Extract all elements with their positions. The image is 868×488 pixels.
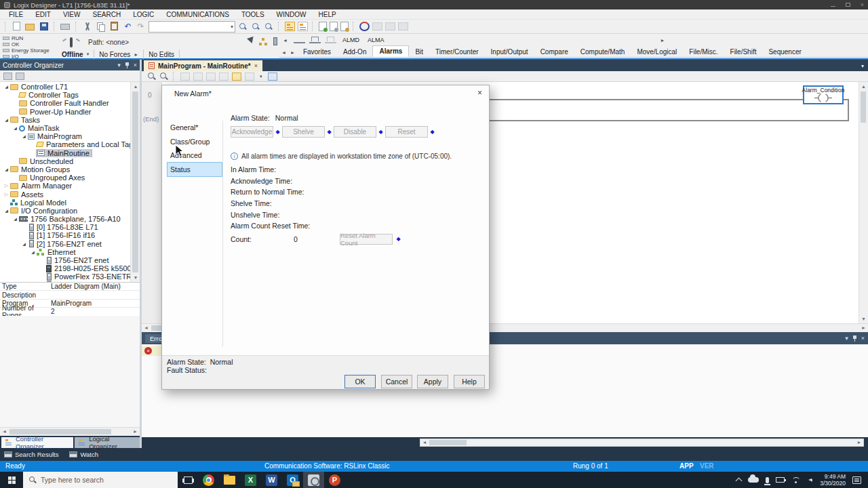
- scroll-down-icon[interactable]: ▼: [131, 273, 140, 282]
- zoom-in-icon[interactable]: [147, 72, 156, 81]
- tree-item-fault-handler[interactable]: Controller Fault Handler: [0, 99, 130, 107]
- mode-offline[interactable]: Offline▾: [57, 49, 94, 59]
- browse-tags-icon[interactable]: [268, 73, 277, 81]
- tree-item-kinetix[interactable]: 2198-H025-ERS k5500: [0, 264, 130, 272]
- microphone-icon[interactable]: [766, 477, 769, 483]
- taskbar-word[interactable]: W: [261, 472, 282, 488]
- quick-search-combobox[interactable]: ▾: [149, 21, 235, 33]
- copy-icon[interactable]: [96, 22, 106, 32]
- tree-item-mainroutine[interactable]: MainRoutine: [0, 149, 130, 157]
- select-pointer-icon[interactable]: [247, 37, 254, 45]
- palette-scroll-left-icon[interactable]: ◄: [281, 38, 290, 43]
- tree-item-backplane[interactable]: ◢1756 Backplane, 1756-A10: [0, 215, 130, 223]
- expand-icon[interactable]: ◢: [20, 133, 28, 140]
- tree-item-controller-tags[interactable]: Controller Tags: [0, 91, 130, 99]
- scroll-thumb[interactable]: [9, 429, 111, 434]
- tab-file-misc[interactable]: File/Misc.: [683, 47, 724, 57]
- errors-horizontal-scrollbar[interactable]: ◄ ►: [420, 439, 864, 447]
- tree-item-clipped[interactable]: [0, 281, 130, 283]
- tree-item-tasks[interactable]: ◢Tasks: [0, 116, 130, 124]
- close-button[interactable]: ×: [861, 1, 864, 8]
- auto-hide-pin-icon[interactable]: [853, 336, 856, 342]
- branch-level-icon[interactable]: [325, 37, 336, 43]
- menu-communications[interactable]: COMMUNICATIONS: [160, 11, 235, 18]
- tree-item-powerflex[interactable]: PowerFlex 753-ENETR PF753: [0, 272, 130, 281]
- edits-status[interactable]: No Edits: [144, 49, 180, 59]
- speaker-icon[interactable]: [806, 477, 813, 483]
- battery-icon[interactable]: [776, 477, 785, 483]
- print-icon[interactable]: [60, 24, 70, 30]
- errors-close-icon[interactable]: ×: [861, 335, 865, 342]
- menu-tools[interactable]: TOOLS: [235, 11, 271, 18]
- scroll-thumb[interactable]: [861, 92, 866, 123]
- scroll-right-icon[interactable]: ►: [131, 428, 140, 436]
- save-icon[interactable]: [40, 22, 48, 30]
- edit-rung-icon[interactable]: [219, 73, 229, 81]
- collapse-all-icon[interactable]: [3, 73, 12, 80]
- restore-button[interactable]: [846, 3, 850, 7]
- cancel-button[interactable]: Cancel: [381, 375, 412, 388]
- path-display[interactable]: Path: <none>: [88, 39, 129, 46]
- logical-organizer-toggle-icon[interactable]: [298, 22, 308, 31]
- tree-item-slot0[interactable]: [0] 1756-L83E L71: [0, 223, 130, 231]
- tree-item-io-configuration[interactable]: ◢I/O Configuration: [0, 207, 130, 215]
- scroll-right-icon[interactable]: ►: [855, 439, 863, 446]
- taskbar-excel[interactable]: X: [240, 472, 261, 488]
- reset-button[interactable]: Reset: [385, 126, 428, 138]
- menu-search[interactable]: SEARCH: [86, 11, 127, 18]
- scroll-left-icon[interactable]: ◄: [142, 324, 151, 332]
- almd-instruction-button[interactable]: ALMD: [340, 36, 361, 44]
- search-options-icon[interactable]: [264, 22, 274, 32]
- collapse-icon[interactable]: ▷: [3, 191, 10, 198]
- scroll-thumb[interactable]: [132, 92, 138, 272]
- menu-file[interactable]: FILE: [3, 11, 29, 18]
- expand-icon[interactable]: ◢: [29, 249, 37, 256]
- scroll-thumb[interactable]: [429, 440, 467, 445]
- menu-help[interactable]: HELP: [312, 11, 342, 18]
- scroll-left-icon[interactable]: ◄: [420, 439, 429, 446]
- cross-reference-icon[interactable]: [340, 22, 349, 31]
- toggle-display-icon[interactable]: [245, 73, 254, 81]
- open-icon[interactable]: [25, 24, 35, 30]
- tabs-scroll-right-icon[interactable]: ►: [288, 50, 297, 57]
- tab-compute-math[interactable]: Compute/Math: [574, 47, 631, 57]
- tab-sequencer[interactable]: Sequencer: [762, 47, 807, 57]
- expand-icon[interactable]: ◢: [12, 125, 19, 131]
- minimize-button[interactable]: [831, 6, 835, 7]
- tree-item-slot2[interactable]: ◢[2] 1756-EN2T enet: [0, 240, 130, 248]
- scroll-up-icon[interactable]: ▲: [131, 82, 140, 91]
- expand-icon[interactable]: ◢: [3, 117, 10, 123]
- coil-tag-name[interactable]: Alarm_Condition: [802, 87, 845, 94]
- help-button[interactable]: Help: [454, 375, 485, 388]
- start-button[interactable]: [0, 472, 23, 488]
- taskbar-clock[interactable]: 9:49 AM 3/30/2020: [820, 473, 846, 487]
- tab-add-on[interactable]: Add-On: [337, 47, 372, 57]
- scroll-right-icon[interactable]: ►: [859, 324, 868, 332]
- palette-scroll-right-icon[interactable]: ►: [658, 38, 667, 43]
- tree-item-maintask[interactable]: ◢MainTask: [0, 124, 130, 132]
- alma-instruction-button[interactable]: ALMA: [366, 36, 387, 44]
- undo-icon[interactable]: ↶: [123, 22, 133, 32]
- network-browse-icon[interactable]: [259, 38, 268, 45]
- paste-icon[interactable]: [111, 22, 118, 30]
- cut-icon[interactable]: [82, 22, 93, 32]
- document-tab-mainroutine[interactable]: MainProgram - MainRoutine* ×: [144, 60, 262, 71]
- scroll-up-icon[interactable]: ▲: [859, 82, 868, 91]
- ladder-vertical-scrollbar[interactable]: ▲ ▼: [859, 82, 868, 323]
- nav-general[interactable]: General*: [167, 121, 222, 134]
- new-rung-icon[interactable]: [294, 37, 305, 43]
- onedrive-icon[interactable]: [748, 477, 759, 483]
- expand-icon[interactable]: ◢: [3, 83, 10, 90]
- tab-file-shift[interactable]: File/Shift: [724, 47, 763, 57]
- tree-vertical-scrollbar[interactable]: ▲ ▼: [130, 82, 140, 282]
- tab-logical-organizer[interactable]: Logical Organizer: [75, 437, 140, 448]
- shelve-button[interactable]: Shelve: [282, 126, 325, 138]
- tree-item-logical-model[interactable]: Logical Model: [0, 199, 130, 207]
- redo-icon[interactable]: ↷: [136, 22, 146, 32]
- reset-alarm-count-button[interactable]: Reset Alarm Count: [340, 234, 393, 245]
- expand-icon[interactable]: ◢: [20, 241, 28, 247]
- taskbar-logix-designer[interactable]: [303, 472, 324, 488]
- toolbar-grip[interactable]: [5, 22, 7, 31]
- search-next-icon[interactable]: [238, 22, 248, 32]
- tree-item-slot1[interactable]: [1] 1756-IF16 if16: [0, 231, 130, 239]
